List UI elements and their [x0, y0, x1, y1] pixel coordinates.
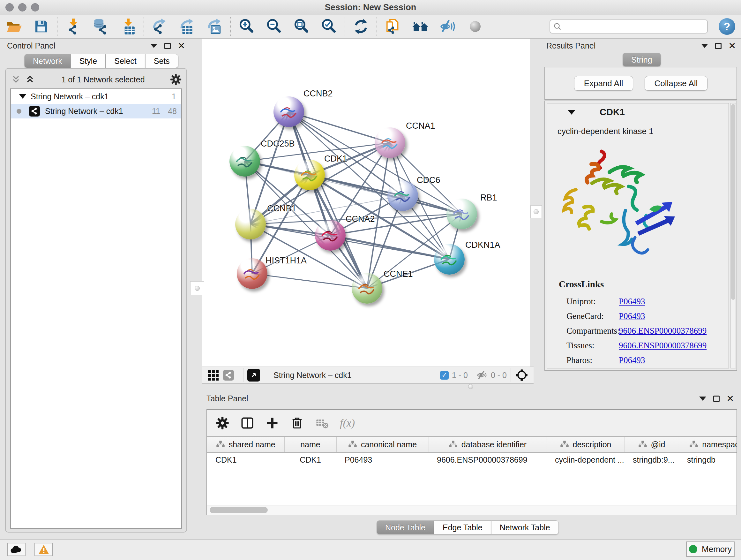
open-session-icon[interactable] [0, 16, 27, 37]
table-cell[interactable]: CDK1 [284, 452, 336, 467]
tab-select[interactable]: Select [106, 54, 145, 68]
tree-expand-icon[interactable] [19, 94, 26, 99]
hide-labels-eye-slash-icon[interactable] [434, 16, 461, 37]
export-image-icon[interactable] [201, 16, 228, 37]
document-share-icon[interactable] [379, 16, 407, 37]
table-cell[interactable]: stringdb:9... [624, 452, 679, 467]
collapse-panel-icon[interactable] [699, 396, 706, 401]
float-panel-icon[interactable] [713, 395, 720, 402]
gear-icon[interactable] [170, 73, 182, 85]
scrollbar-thumb[interactable] [210, 507, 268, 513]
scrollbar-thumb[interactable] [731, 104, 735, 300]
network-node-cdc6[interactable] [387, 180, 418, 211]
tab-network[interactable]: Network [24, 54, 71, 68]
collapse-all-icon[interactable] [11, 74, 22, 84]
table-cell[interactable]: cyclin-dependent ... [547, 452, 624, 467]
network-node-cdkn1a[interactable] [434, 244, 465, 274]
right-splitter-handle[interactable] [530, 205, 542, 218]
network-edge[interactable] [252, 273, 367, 288]
table-gear-icon[interactable] [215, 416, 229, 430]
network-thumbnail-icon[interactable] [223, 370, 234, 381]
table-cell[interactable]: 9606.ENSP00000378699 [428, 452, 547, 467]
network-node-ccna1[interactable] [375, 127, 405, 158]
results-scrollbar[interactable] [731, 103, 736, 368]
tab-sets[interactable]: Sets [145, 54, 179, 68]
close-panel-icon[interactable]: ✕ [729, 43, 736, 49]
column-header-description[interactable]: description [547, 436, 624, 452]
crosslink-link[interactable]: P06493 [619, 311, 645, 321]
import-network-from-file-icon[interactable] [59, 16, 87, 37]
crosslink-link[interactable]: 9606.ENSP00000378699 [619, 326, 706, 336]
add-column-icon[interactable] [265, 416, 279, 430]
column-header-shared-name[interactable]: shared name [207, 436, 284, 452]
network-node-ccna2[interactable] [315, 220, 346, 251]
search-input[interactable] [562, 22, 696, 31]
tab-style[interactable]: Style [71, 54, 106, 68]
collapse-panel-icon[interactable] [701, 44, 708, 48]
left-splitter-handle[interactable] [190, 281, 204, 295]
crosslink-link[interactable]: P06493 [619, 355, 645, 365]
import-network-from-database-icon[interactable] [87, 16, 114, 37]
column-header-namespac[interactable]: namespac [679, 436, 737, 452]
import-table-from-file-icon[interactable] [114, 16, 142, 37]
expand-all-button[interactable]: Expand All [574, 76, 633, 91]
column-header-canonical-name[interactable]: canonical name [336, 436, 428, 452]
save-session-icon[interactable] [27, 16, 55, 37]
grid-view-icon[interactable] [208, 370, 219, 381]
export-table-icon[interactable] [174, 16, 201, 37]
table-row[interactable]: CDK1CDK1P064939606.ENSP00000378699cyclin… [207, 452, 737, 467]
network-node-ccnb1[interactable] [235, 209, 266, 240]
close-panel-icon[interactable]: ✕ [178, 43, 185, 49]
help-icon[interactable]: ? [719, 18, 735, 35]
column-header-name[interactable]: name [284, 436, 336, 452]
network-edge[interactable] [289, 112, 390, 143]
cloud-button[interactable] [7, 543, 25, 556]
toolbar-search[interactable] [549, 19, 708, 34]
eye-orb-icon[interactable] [461, 16, 489, 37]
tab-node-table[interactable]: Node Table [377, 520, 434, 535]
zoom-fit-icon[interactable] [288, 16, 315, 37]
refresh-icon[interactable] [347, 16, 375, 37]
network-node-hist1h1a[interactable] [237, 258, 267, 289]
zoom-selected-icon[interactable] [315, 16, 343, 37]
gene-header-row[interactable]: CDK1 [547, 104, 729, 121]
table-cell[interactable]: CDK1 [207, 452, 284, 467]
close-panel-icon[interactable]: ✕ [727, 395, 734, 402]
crosslink-link[interactable]: 9606.ENSP00000378699 [619, 341, 706, 351]
export-network-icon[interactable] [146, 16, 174, 37]
table-cell[interactable]: P06493 [336, 452, 428, 467]
tab-edge-table[interactable]: Edge Table [434, 520, 491, 535]
show-columns-icon[interactable] [240, 416, 254, 430]
table-cell[interactable]: stringdb [679, 452, 737, 467]
memory-button[interactable]: Memory [686, 542, 735, 557]
warnings-button[interactable] [35, 543, 53, 556]
selected-checkbox-icon[interactable]: ✓ [440, 371, 449, 380]
node-position-crosshair-icon[interactable] [515, 368, 529, 382]
collapse-panel-icon[interactable] [150, 44, 157, 48]
column-header-@id[interactable]: @id [624, 436, 679, 452]
network-view-canvas[interactable]: CCNB2CCNA1CDC25BCDK1CDC6RB1CCNB1CCNA2CDK… [202, 39, 530, 367]
birdseye-view-icon[interactable] [247, 369, 260, 381]
network-node-cdc25b[interactable] [229, 146, 260, 177]
collapse-all-button[interactable]: Collapse All [645, 76, 708, 91]
float-panel-icon[interactable] [164, 43, 171, 49]
network-node-cdk1[interactable] [294, 160, 325, 190]
tab-string[interactable]: String [623, 53, 661, 67]
splitter-handle[interactable] [468, 384, 473, 389]
expand-all-icon[interactable] [25, 74, 37, 84]
float-panel-icon[interactable] [715, 43, 722, 49]
network-node-ccne1[interactable] [352, 273, 382, 304]
zoom-out-icon[interactable] [260, 16, 288, 37]
tab-network-table[interactable]: Network Table [491, 520, 559, 535]
zoom-in-icon[interactable] [233, 16, 260, 37]
table-hscrollbar[interactable] [207, 505, 737, 515]
network-node-ccnb2[interactable] [273, 97, 304, 127]
crosslink-link[interactable]: P06493 [619, 297, 645, 307]
network-row-selected[interactable]: String Network – cdk1 11 48 [11, 104, 181, 118]
column-header-database-identifier[interactable]: database identifier [428, 436, 547, 452]
delete-column-icon[interactable] [290, 416, 304, 430]
string-home-icon[interactable] [407, 16, 434, 37]
network-collection-row[interactable]: String Network – cdk1 1 [11, 89, 181, 104]
collapse-gene-icon[interactable] [568, 110, 576, 115]
network-node-rb1[interactable] [447, 199, 477, 229]
